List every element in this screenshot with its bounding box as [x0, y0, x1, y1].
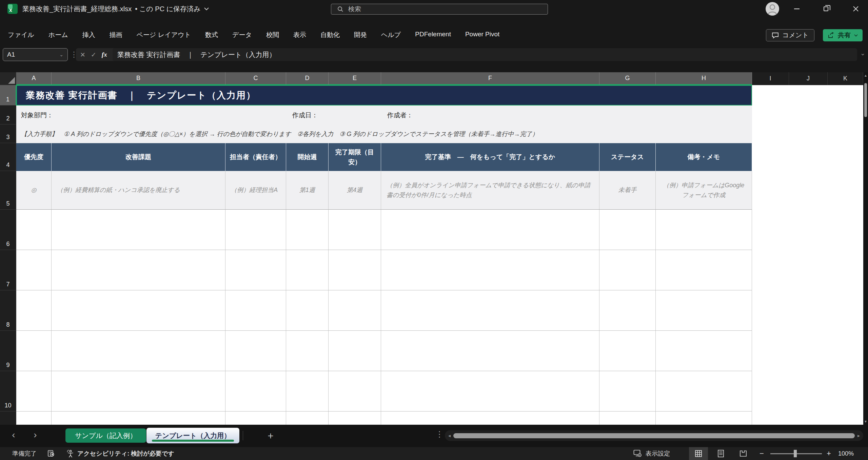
search-input[interactable]: 検索: [331, 4, 548, 15]
horizontal-scroll-thumb[interactable]: [453, 433, 855, 438]
row-header-2[interactable]: 2: [0, 106, 16, 124]
scroll-left-icon[interactable]: ◂: [448, 433, 451, 438]
vertical-scroll-thumb[interactable]: [864, 83, 867, 117]
scroll-right-icon[interactable]: ▸: [857, 433, 860, 438]
ribbon-tab-insert[interactable]: 挿入: [82, 31, 95, 39]
ribbon-tab-developer[interactable]: 開発: [354, 31, 367, 39]
ribbon-tab-file[interactable]: ファイル: [8, 31, 34, 39]
horizontal-scrollbar[interactable]: ◂ ▸: [445, 430, 863, 441]
empty-cell[interactable]: [381, 290, 599, 331]
row-header-5[interactable]: 5: [0, 171, 16, 210]
empty-cell[interactable]: [656, 411, 752, 425]
empty-cell[interactable]: [329, 210, 381, 250]
empty-cell[interactable]: [381, 210, 599, 250]
empty-cell[interactable]: [286, 411, 329, 425]
empty-cell[interactable]: [599, 210, 656, 250]
empty-cell[interactable]: [599, 331, 656, 371]
cancel-icon[interactable]: ✕: [80, 51, 85, 59]
empty-cell[interactable]: [599, 250, 656, 290]
empty-cell[interactable]: [225, 290, 286, 331]
empty-cell[interactable]: [52, 210, 225, 250]
empty-cell[interactable]: [52, 371, 225, 411]
empty-cell[interactable]: [16, 250, 52, 290]
zoom-level[interactable]: 100%: [838, 447, 854, 460]
normal-view-button[interactable]: [689, 447, 708, 460]
ribbon-tab-automate[interactable]: 自動化: [320, 31, 340, 39]
empty-cell[interactable]: [286, 290, 329, 331]
sheet-tab-sample[interactable]: サンプル（記入例）: [65, 428, 146, 443]
zoom-in-button[interactable]: +: [827, 447, 831, 460]
enter-icon[interactable]: ✓: [91, 51, 96, 59]
empty-cell[interactable]: [381, 371, 599, 411]
empty-cell[interactable]: [381, 250, 599, 290]
ribbon-tab-formulas[interactable]: 数式: [205, 31, 218, 39]
row-header-4[interactable]: 4: [0, 143, 16, 171]
column-header-e[interactable]: E: [329, 72, 381, 85]
column-header-c[interactable]: C: [225, 72, 286, 85]
empty-cell[interactable]: [329, 411, 381, 425]
column-header-i[interactable]: I: [752, 72, 789, 85]
ribbon-tab-pdfelement[interactable]: PDFelement: [415, 31, 451, 39]
empty-cell[interactable]: [16, 331, 52, 371]
display-settings-button[interactable]: 表示設定: [633, 447, 670, 460]
empty-cell[interactable]: [286, 210, 329, 250]
cell-example-issue[interactable]: （例）経費精算の紙・ハンコ承認を廃止する: [52, 171, 225, 210]
ribbon-tab-power-pivot[interactable]: Power Pivot: [465, 31, 499, 39]
row-header-1[interactable]: 1: [0, 85, 16, 106]
header-deadline[interactable]: 完了期限（目安）: [329, 143, 381, 171]
empty-cell[interactable]: [16, 290, 52, 331]
expand-formula-bar-icon[interactable]: ⌄: [860, 50, 865, 57]
empty-cell[interactable]: [52, 331, 225, 371]
zoom-slider-thumb[interactable]: [794, 450, 797, 457]
save-status[interactable]: • この PC に保存済み: [135, 4, 200, 14]
header-priority[interactable]: 優先度: [16, 143, 52, 171]
column-header-b[interactable]: B: [52, 72, 225, 85]
comments-button[interactable]: コメント: [766, 29, 814, 41]
empty-cell[interactable]: [225, 210, 286, 250]
column-header-g[interactable]: G: [599, 72, 656, 85]
page-layout-view-button[interactable]: [711, 447, 730, 460]
ribbon-tab-view[interactable]: 表示: [293, 31, 306, 39]
empty-cell[interactable]: [16, 411, 52, 425]
cell-title-a1[interactable]: 業務改善 実行計画書 ｜ テンプレート（入力用）: [16, 85, 752, 106]
insert-function-icon[interactable]: fx: [102, 51, 107, 58]
scroll-up-icon[interactable]: ▲: [863, 74, 868, 77]
header-completion-criteria[interactable]: 完了基準 ― 何をもって「完了」とするか: [381, 143, 599, 171]
column-header-h[interactable]: H: [656, 72, 752, 85]
ribbon-tab-review[interactable]: 校閲: [266, 31, 279, 39]
minimize-button[interactable]: [786, 0, 808, 18]
empty-cell[interactable]: [225, 371, 286, 411]
header-status[interactable]: ステータス: [599, 143, 656, 171]
close-button[interactable]: [845, 0, 867, 18]
column-header-f[interactable]: F: [381, 72, 599, 85]
cell-example-owner[interactable]: （例）経理担当A: [225, 171, 286, 210]
chevron-down-icon[interactable]: [204, 7, 209, 11]
formula-input[interactable]: 業務改善 実行計画書 ｜ テンプレート（入力用）: [113, 48, 857, 61]
page-break-preview-button[interactable]: [734, 447, 753, 460]
empty-cell[interactable]: [329, 250, 381, 290]
row-header-8[interactable]: 8: [0, 290, 16, 331]
column-header-d[interactable]: D: [286, 72, 329, 85]
select-all-corner[interactable]: [0, 72, 16, 85]
restore-button[interactable]: [815, 0, 837, 18]
empty-cell[interactable]: [286, 250, 329, 290]
empty-cell[interactable]: [52, 250, 225, 290]
empty-cell[interactable]: [225, 250, 286, 290]
sheet-nav-left-icon[interactable]: ‹: [7, 429, 20, 440]
header-notes[interactable]: 備考・メモ: [656, 143, 752, 171]
empty-cell[interactable]: [656, 250, 752, 290]
empty-cell[interactable]: [381, 331, 599, 371]
sheet-tab-template-active[interactable]: テンプレート（入力用）: [146, 428, 239, 443]
header-owner[interactable]: 担当者（責任者）: [225, 143, 286, 171]
ribbon-tab-data[interactable]: データ: [232, 31, 252, 39]
cell-example-notes[interactable]: （例）申請フォームはGoogle フォームで作成: [656, 171, 752, 210]
empty-cell[interactable]: [656, 210, 752, 250]
zoom-out-button[interactable]: −: [760, 447, 764, 460]
row-header-7[interactable]: 7: [0, 250, 16, 290]
empty-cell[interactable]: [286, 371, 329, 411]
empty-cell[interactable]: [16, 371, 52, 411]
column-header-k[interactable]: K: [828, 72, 863, 85]
empty-cell[interactable]: [286, 331, 329, 371]
empty-cell[interactable]: [16, 210, 52, 250]
cell-meta-row[interactable]: 対象部門： 作成日： 作成者：: [16, 106, 752, 124]
